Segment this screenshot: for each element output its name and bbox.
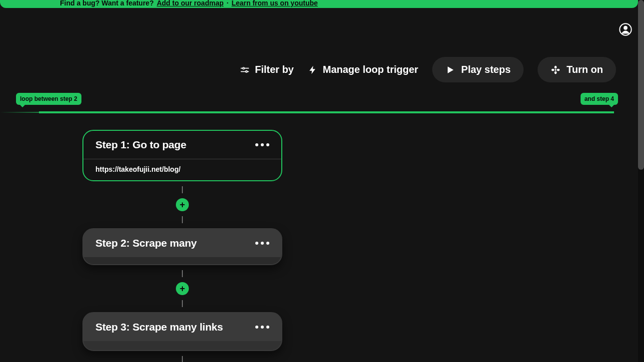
play-steps-label: Play steps: [461, 64, 511, 75]
play-icon: [445, 65, 455, 75]
turn-on-label: Turn on: [567, 64, 603, 75]
filter-by-button[interactable]: Filter by: [240, 64, 294, 75]
steps-column: Step 1: Go to page https://takeofujii.ne…: [82, 130, 282, 362]
step-card-2[interactable]: Step 2: Scrape many: [82, 228, 282, 265]
bolt-icon: [308, 65, 318, 75]
announcement-bar: Find a bug? Want a feature? Add to our r…: [0, 0, 638, 8]
announcement-prefix: Find a bug? Want a feature?: [60, 0, 154, 7]
announcement-link-youtube[interactable]: Learn from us on youtube: [231, 0, 318, 7]
step-2-menu-icon[interactable]: [255, 242, 269, 245]
user-avatar-icon[interactable]: [619, 23, 632, 36]
step-card-3[interactable]: Step 3: Scrape many links: [82, 312, 282, 351]
step-3-skeleton: [83, 341, 281, 350]
add-step-button-2[interactable]: +: [176, 282, 189, 295]
loop-line-fade: [0, 112, 39, 113]
play-steps-button[interactable]: Play steps: [432, 57, 524, 82]
sliders-icon: [240, 65, 250, 75]
connector-3: +: [176, 351, 189, 362]
announcement-link-roadmap[interactable]: Add to our roadmap: [157, 0, 224, 7]
loop-range-line: [39, 111, 614, 113]
step-3-menu-icon[interactable]: [255, 326, 269, 329]
svg-point-3: [243, 67, 244, 69]
loop-end-tag: and step 4: [581, 93, 618, 105]
svg-point-5: [246, 70, 247, 72]
svg-point-1: [624, 26, 628, 30]
connector-2: +: [176, 265, 189, 312]
step-1-title: Step 1: Go to page: [95, 139, 186, 151]
loop-start-tag: loop between step 2: [16, 93, 81, 105]
add-step-button-1[interactable]: +: [176, 198, 189, 211]
scrollbar-thumb[interactable]: [638, 0, 644, 170]
filter-by-label: Filter by: [255, 64, 294, 75]
fan-icon: [551, 65, 561, 75]
step-3-title: Step 3: Scrape many links: [95, 321, 223, 333]
manage-loop-label: Manage loop trigger: [323, 64, 418, 75]
step-card-1[interactable]: Step 1: Go to page https://takeofujii.ne…: [82, 130, 282, 181]
turn-on-button[interactable]: Turn on: [538, 57, 616, 82]
svg-point-6: [555, 69, 556, 70]
step-2-title: Step 2: Scrape many: [95, 237, 197, 249]
connector-1: +: [176, 181, 189, 228]
step-1-menu-icon[interactable]: [255, 143, 269, 146]
manage-loop-trigger-button[interactable]: Manage loop trigger: [308, 64, 418, 75]
toolbar: Filter by Manage loop trigger Play steps…: [240, 57, 616, 82]
step-2-subrow: [83, 257, 281, 264]
step-1-subtitle: https://takeofujii.net/blog/: [83, 159, 281, 180]
vertical-scrollbar[interactable]: [638, 0, 644, 362]
